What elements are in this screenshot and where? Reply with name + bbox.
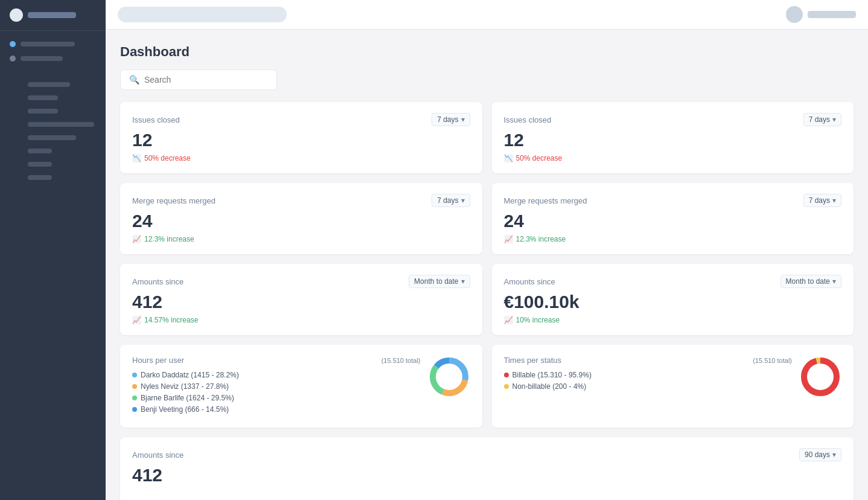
sidebar-section-main	[0, 31, 106, 72]
card-value-2: 12	[504, 130, 842, 150]
trend-text-1: 50% decrease	[144, 154, 191, 162]
hours-donut-wrap	[428, 356, 470, 400]
card-header-4: Merge requests merged 7 days	[504, 194, 842, 207]
legend-label-1: Darko Daddatz (1415 - 28.2%)	[141, 371, 239, 379]
card-dropdown-6[interactable]: Month to date	[780, 275, 841, 288]
card-merge-1: Merge requests merged 7 days 24 📈 12.3% …	[120, 183, 482, 254]
card-title-4: Merge requests merged	[504, 196, 587, 205]
status-dot-2	[504, 384, 509, 389]
trend-text-4: 12.3% increase	[516, 235, 566, 243]
legend-dot-1	[132, 373, 137, 377]
metrics-grid: Issues closed 7 days 12 📉 50% decrease I…	[120, 102, 854, 335]
trend-text-3: 12.3% increase	[144, 235, 194, 243]
card-amounts-1: Amounts since Month to date 412 📈 14.57%…	[120, 264, 482, 335]
card-dropdown-2[interactable]: 7 days	[803, 113, 841, 126]
trend-arrow-up-4: 📈	[504, 235, 513, 243]
sidebar-sublabel-1	[28, 82, 70, 87]
card-trend-1: 📉 50% decrease	[132, 154, 470, 162]
search-box[interactable]: 🔍	[120, 69, 277, 90]
sidebar-sublabel-4	[28, 122, 94, 127]
trend-text-5: 14.57% increase	[144, 316, 198, 324]
topbar-search[interactable]	[118, 7, 287, 22]
card-header-2: Issues closed 7 days	[504, 113, 842, 126]
times-per-status-total: (15.510 total)	[753, 357, 792, 364]
dashboard-content: Dashboard 🔍 Issues closed 7 days 12 📉	[106, 30, 868, 500]
status-dot-1	[504, 373, 509, 377]
card-trend-2: 📉 50% decrease	[504, 154, 842, 162]
card-value-3: 24	[132, 211, 470, 231]
search-input[interactable]	[144, 75, 268, 85]
topbar-right	[786, 6, 856, 23]
card-hours-per-user: Hours per user (15.510 total) Darko Dadd…	[120, 345, 482, 428]
status-legend-item-1: Billable (15.310 - 95.9%)	[504, 371, 793, 379]
search-icon: 🔍	[129, 75, 139, 85]
main-content: Dashboard 🔍 Issues closed 7 days 12 📉	[106, 0, 868, 500]
line-card-title: Amounts since	[132, 450, 183, 460]
chevron-icon-6	[832, 277, 836, 286]
legend-item-3: Bjarne Barlife (1624 - 29.5%)	[132, 394, 421, 402]
topbar	[106, 0, 868, 30]
card-issues-closed-2: Issues closed 7 days 12 📉 50% decrease	[492, 102, 854, 173]
card-dropdown-5[interactable]: Month to date	[409, 275, 470, 288]
logo-text	[28, 12, 76, 18]
sidebar-subitem-6[interactable]	[18, 144, 106, 158]
user-name	[808, 11, 856, 18]
card-trend-6: 📈 10% increase	[504, 316, 842, 324]
chevron-icon-1	[461, 115, 465, 124]
sidebar-subitem-1[interactable]	[18, 78, 106, 91]
card-times-per-status: Times per status (15.510 total) Billable…	[492, 345, 854, 428]
card-value-4: 24	[504, 211, 842, 231]
card-trend-4: 📈 12.3% increase	[504, 235, 842, 243]
card-title-5: Amounts since	[132, 277, 183, 286]
logo-icon	[10, 8, 23, 22]
card-header-1: Issues closed 7 days	[132, 113, 470, 126]
card-amounts-2: Amounts since Month to date €100.10k 📈 1…	[492, 264, 854, 335]
card-dropdown-1[interactable]: 7 days	[432, 113, 470, 126]
sidebar-dot-1	[10, 41, 16, 47]
hours-legend: Darko Daddatz (1415 - 28.2%) Nyles Neviz…	[132, 371, 421, 414]
card-header-3: Merge requests merged 7 days	[132, 194, 470, 207]
sidebar-subitem-3[interactable]	[18, 104, 106, 118]
card-trend-5: 📈 14.57% increase	[132, 316, 470, 324]
sidebar-subitem-8[interactable]	[18, 171, 106, 184]
legend-label-2: Nyles Neviz (1337 - 27.8%)	[141, 382, 229, 391]
sidebar-subitem-2[interactable]	[18, 91, 106, 104]
card-title-1: Issues closed	[132, 115, 180, 124]
chevron-icon-2	[832, 115, 836, 124]
user-avatar	[786, 6, 803, 23]
trend-arrow-up-3: 📈	[132, 235, 141, 243]
chevron-icon-line	[832, 450, 836, 459]
dropdown-label-6: Month to date	[786, 277, 830, 286]
status-label-1: Billable (15.310 - 95.9%)	[512, 371, 592, 379]
line-dropdown-label: 90 days	[805, 450, 830, 459]
card-dropdown-3[interactable]: 7 days	[432, 194, 470, 207]
legend-dot-4	[132, 407, 137, 412]
dropdown-label-4: 7 days	[809, 196, 830, 205]
line-card-dropdown[interactable]: 90 days	[799, 448, 841, 461]
sidebar-label-2	[21, 56, 63, 61]
sidebar-item-1[interactable]	[0, 37, 106, 51]
sidebar-sublabel-5	[28, 135, 76, 140]
card-merge-2: Merge requests merged 7 days 24 📈 12.3% …	[492, 183, 854, 254]
status-legend-item-2: Non-billable (200 - 4%)	[504, 382, 793, 391]
sidebar-item-2[interactable]	[0, 51, 106, 66]
sidebar-subitem-7[interactable]	[18, 158, 106, 171]
trend-arrow-down-1: 📉	[132, 154, 141, 162]
card-trend-3: 📈 12.3% increase	[132, 235, 470, 243]
trend-arrow-down-2: 📉	[504, 154, 513, 162]
sidebar-sublabel-3	[28, 109, 58, 114]
sidebar-subitem-5[interactable]	[18, 131, 106, 144]
sidebar-logo	[0, 0, 106, 31]
dropdown-label-1: 7 days	[437, 115, 458, 124]
card-dropdown-4[interactable]: 7 days	[803, 194, 841, 207]
sidebar-dot-2	[10, 56, 16, 62]
line-card-value: 412	[132, 465, 841, 486]
sidebar-subitem-4[interactable]	[18, 118, 106, 131]
card-value-1: 12	[132, 130, 470, 150]
line-card-header: Amounts since 90 days	[132, 448, 841, 461]
sidebar-sublabel-7	[28, 162, 52, 167]
times-per-status-title: Times per status	[504, 356, 562, 365]
trend-arrow-up-6: 📈	[504, 316, 513, 324]
sidebar-label-1	[21, 42, 75, 46]
card-header-5: Amounts since Month to date	[132, 275, 470, 288]
